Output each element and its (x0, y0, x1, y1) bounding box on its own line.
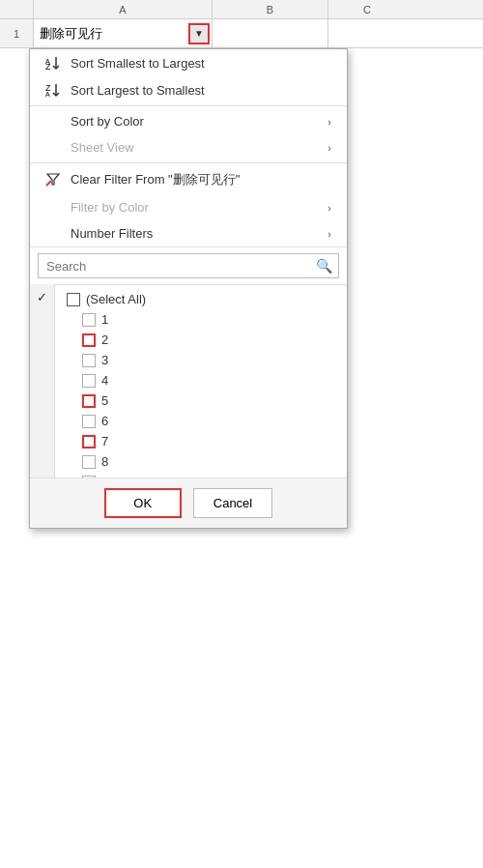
checkbox-2[interactable] (82, 333, 96, 347)
cell-a1: 删除可见行 ▼ (34, 19, 213, 47)
svg-line-7 (46, 181, 51, 186)
checkbox-label-3: 3 (101, 353, 108, 367)
checkbox-list-container: ✓ (Select All) 1 2 (30, 284, 347, 477)
cell-b1 (213, 19, 328, 47)
checkbox-row-3[interactable]: 3 (55, 350, 347, 370)
sort-az-icon: A Z (45, 55, 63, 71)
checkbox-6[interactable] (82, 415, 96, 428)
corner-cell (0, 0, 34, 18)
cell-a1-text: 删除可见行 (40, 25, 102, 43)
row-1: 1 删除可见行 ▼ (0, 19, 483, 48)
checkbox-row-1[interactable]: 1 (55, 309, 347, 330)
row-number-1: 1 (0, 19, 34, 47)
svg-text:Z: Z (45, 62, 51, 71)
ok-button[interactable]: OK (104, 488, 182, 518)
col-header-c: C (328, 0, 406, 18)
column-headers: A B C (0, 0, 483, 19)
search-box: 🔍 (38, 253, 339, 278)
checkbox-list: (Select All) 1 2 3 (55, 284, 347, 477)
clear-filter-label: Clear Filter From "删除可见行" (71, 171, 240, 188)
checkbox-row-6[interactable]: 6 (55, 411, 347, 431)
cancel-button[interactable]: Cancel (193, 488, 272, 518)
spreadsheet-background: A B C 1 删除可见行 ▼ A Z Sort Smal (0, 0, 483, 868)
select-all-label: (Select All) (86, 292, 146, 306)
checkbox-row-4[interactable]: 4 (55, 370, 347, 391)
filter-button[interactable]: ▼ (188, 23, 210, 44)
clear-filter-item[interactable]: Clear Filter From "删除可见行" (30, 165, 347, 194)
sort-smallest-item[interactable]: A Z Sort Smallest to Largest (30, 49, 347, 76)
checkbox-3[interactable] (82, 354, 96, 367)
search-icon[interactable]: 🔍 (310, 254, 338, 277)
checkbox-row-5[interactable]: 5 (55, 391, 347, 411)
checkbox-4[interactable] (82, 374, 96, 388)
number-filters-item[interactable]: Number Filters › (30, 220, 347, 246)
search-area: 🔍 (30, 246, 347, 284)
sort-largest-item[interactable]: Z A Sort Largest to Smallest (30, 76, 347, 103)
checkbox-label-7: 7 (101, 434, 108, 448)
sort-color-arrow: › (327, 116, 331, 128)
row-checkmark-indicator: ✓ (30, 284, 55, 477)
dialog-buttons: OK Cancel (30, 477, 347, 528)
checkbox-label-8: 8 (101, 454, 108, 469)
checkbox-label-1: 1 (101, 312, 108, 327)
filter-icon: ▼ (194, 28, 204, 39)
checkbox-row-2[interactable]: 2 (55, 330, 347, 350)
sort-color-label: Sort by Color (71, 114, 144, 129)
filter-color-arrow: › (327, 202, 331, 214)
filter-color-label: Filter by Color (71, 200, 149, 215)
checkbox-1[interactable] (82, 313, 96, 327)
svg-text:A: A (45, 91, 50, 98)
col-header-b: B (213, 0, 328, 18)
filter-color-item: Filter by Color › (30, 194, 347, 220)
number-filters-label: Number Filters (71, 226, 153, 241)
sort-color-item[interactable]: Sort by Color › (30, 108, 347, 134)
sheet-view-item: Sheet View › (30, 134, 347, 160)
checkbox-row-8[interactable]: 8 (55, 451, 347, 472)
select-all-checkbox[interactable] (67, 293, 80, 306)
checkbox-row-7[interactable]: 7 (55, 431, 347, 451)
sheet-view-label: Sheet View (71, 140, 134, 155)
checkbox-label-9: 9 (101, 475, 108, 477)
number-filters-arrow: › (327, 228, 331, 240)
checkbox-row-9[interactable]: 9 (55, 472, 347, 477)
checkbox-9[interactable] (82, 476, 96, 478)
separator-2 (30, 162, 347, 163)
col-header-a: A (34, 0, 213, 18)
sheet-view-arrow: › (327, 142, 331, 154)
checkbox-label-2: 2 (101, 333, 108, 347)
checkbox-7[interactable] (82, 435, 96, 448)
checkbox-label-6: 6 (101, 414, 108, 428)
checkbox-8[interactable] (82, 455, 96, 469)
cell-c1 (328, 19, 406, 47)
filter-dropdown-menu: A Z Sort Smallest to Largest Z A Sort La… (29, 48, 348, 529)
checkbox-label-4: 4 (101, 373, 108, 388)
select-all-row[interactable]: (Select All) (55, 289, 347, 309)
checkbox-5[interactable] (82, 394, 96, 408)
sort-za-icon: Z A (45, 82, 63, 98)
sort-smallest-label: Sort Smallest to Largest (71, 56, 205, 71)
clear-filter-icon (45, 172, 63, 188)
separator-1 (30, 105, 347, 106)
sort-largest-label: Sort Largest to Smallest (71, 83, 205, 98)
search-input[interactable] (39, 255, 310, 277)
checkbox-label-5: 5 (101, 393, 108, 408)
checkmark-symbol: ✓ (37, 290, 47, 304)
